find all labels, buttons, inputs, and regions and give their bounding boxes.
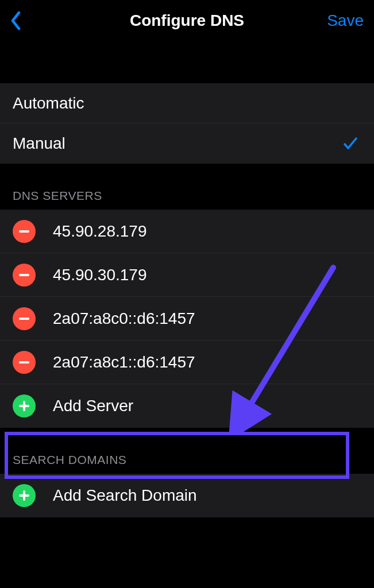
plus-icon[interactable] [13,484,36,507]
add-search-domain-label: Add Search Domain [53,486,197,505]
option-label: Automatic [13,94,84,113]
server-address: 2a07:a8c0::d6:1457 [53,310,195,328]
dns-server-row[interactable]: 45.90.30.179 [0,253,374,297]
back-button[interactable] [10,9,28,32]
add-search-domain-row[interactable]: Add Search Domain [0,474,374,517]
search-domains-header: SEARCH DOMAINS [0,428,374,474]
delete-icon[interactable] [13,307,36,330]
automatic-option[interactable]: Automatic [0,83,374,123]
server-address: 45.90.30.179 [53,266,147,284]
section-header-label: SEARCH DOMAINS [13,453,126,466]
add-server-row[interactable]: Add Server [0,384,374,428]
section-header-label: DNS SERVERS [13,189,102,202]
add-server-label: Add Server [53,397,133,415]
plus-icon[interactable] [13,394,36,417]
spacer [0,41,374,83]
checkmark-icon [343,136,358,151]
svg-rect-3 [19,494,29,497]
dns-server-row[interactable]: 45.90.28.179 [0,210,374,253]
option-label: Manual [13,134,65,153]
manual-option[interactable]: Manual [0,123,374,164]
navigation-bar: Configure DNS Save [0,0,374,41]
server-address: 2a07:a8c1::d6:1457 [53,353,195,372]
svg-rect-1 [19,405,29,407]
delete-icon[interactable] [13,220,36,243]
mode-selection-group: Automatic Manual [0,83,374,164]
delete-icon[interactable] [13,351,36,374]
server-address: 45.90.28.179 [53,222,147,241]
save-button[interactable]: Save [327,11,364,30]
dns-server-row[interactable]: 2a07:a8c1::d6:1457 [0,341,374,384]
chevron-left-icon [10,11,21,30]
delete-icon[interactable] [13,264,36,287]
dns-server-row[interactable]: 2a07:a8c0::d6:1457 [0,297,374,341]
page-title: Configure DNS [130,11,244,30]
search-domains-list: Add Search Domain [0,474,374,517]
dns-servers-list: 45.90.28.179 45.90.30.179 2a07:a8c0::d6:… [0,210,374,428]
dns-servers-header: DNS SERVERS [0,164,374,210]
